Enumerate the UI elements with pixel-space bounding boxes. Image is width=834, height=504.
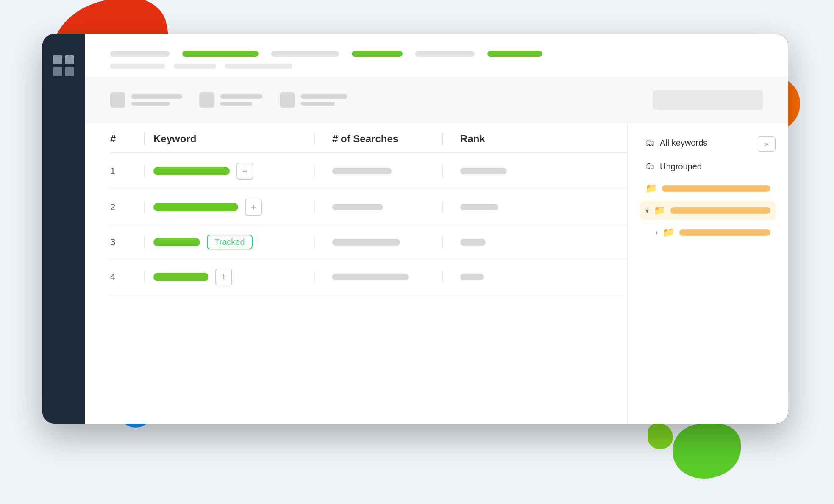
searches-bar-4 bbox=[332, 274, 409, 280]
col-divider-3 bbox=[442, 133, 443, 145]
filter-line-2b bbox=[220, 102, 252, 106]
row-keyword-3: Tracked bbox=[153, 235, 314, 249]
main-content: # Keyword # of Searches Rank 1 + bbox=[85, 34, 788, 424]
nav-tab-4[interactable] bbox=[352, 51, 403, 57]
nav-tab-3[interactable] bbox=[271, 51, 339, 57]
logo-square-3 bbox=[53, 67, 62, 76]
logo-square-4 bbox=[65, 67, 74, 76]
row-keyword-2: + bbox=[153, 199, 314, 216]
row-searches-divider-4 bbox=[314, 271, 315, 283]
row-keyword-4: + bbox=[153, 269, 314, 285]
row-searches-4 bbox=[324, 274, 442, 280]
row-rank-divider-2 bbox=[442, 201, 443, 213]
table-main: # Keyword # of Searches Rank 1 + bbox=[85, 123, 627, 424]
row-rank-divider-1 bbox=[442, 165, 443, 177]
filter-icon-1 bbox=[110, 92, 125, 108]
col-header-num: # bbox=[110, 133, 144, 145]
nav-tab-5[interactable] bbox=[415, 51, 475, 57]
logo-square-1 bbox=[53, 55, 62, 64]
filter-line-2a bbox=[220, 94, 263, 99]
table-row: 1 + bbox=[110, 153, 627, 189]
nav-sub bbox=[110, 64, 763, 69]
sidebar bbox=[42, 34, 85, 424]
logo-square-2 bbox=[65, 55, 74, 64]
kw-bar-orange-child bbox=[679, 229, 770, 236]
kw-bar-orange-1 bbox=[662, 185, 770, 192]
row-num-1: 1 bbox=[110, 166, 144, 177]
searches-bar-2 bbox=[332, 204, 383, 210]
chevron-all-keywords[interactable]: » bbox=[758, 136, 776, 152]
filter-lines-2 bbox=[220, 94, 263, 106]
top-nav bbox=[85, 34, 788, 78]
add-keyword-4[interactable]: + bbox=[215, 269, 232, 285]
decorative-blob-green-large bbox=[673, 424, 741, 479]
row-searches-3 bbox=[324, 239, 442, 246]
kw-group-all-keywords[interactable]: 🗂 All keywords » bbox=[640, 133, 776, 155]
col-header-rank: Rank bbox=[452, 133, 545, 145]
table-row: 3 Tracked bbox=[110, 225, 627, 259]
row-divider-4 bbox=[144, 271, 145, 283]
filter-item-2 bbox=[199, 92, 263, 108]
rank-bar-2 bbox=[460, 204, 498, 210]
folder-icon-orange-child: 📁 bbox=[663, 227, 674, 238]
keyword-bar-1 bbox=[153, 167, 230, 175]
row-searches-divider-2 bbox=[314, 201, 315, 213]
kw-item-ungrouped[interactable]: 🗂 Ungrouped bbox=[640, 157, 776, 176]
keyword-bar-3 bbox=[153, 238, 200, 246]
nav-sub-3 bbox=[225, 64, 292, 69]
filter-search-box[interactable] bbox=[653, 90, 763, 110]
nav-tab-2[interactable] bbox=[182, 51, 259, 57]
app-window: # Keyword # of Searches Rank 1 + bbox=[42, 34, 788, 424]
kw-item-orange-2[interactable]: ▾ 📁 bbox=[640, 201, 776, 220]
kw-item-orange-child[interactable]: › 📁 bbox=[640, 223, 776, 242]
tracked-badge: Tracked bbox=[207, 235, 253, 249]
searches-bar-3 bbox=[332, 239, 400, 246]
nav-tab-1[interactable] bbox=[110, 51, 170, 57]
searches-bar-1 bbox=[332, 168, 392, 174]
filter-line-1b bbox=[131, 102, 170, 106]
filter-lines-1 bbox=[131, 94, 182, 106]
nav-tab-6[interactable] bbox=[487, 51, 542, 57]
decorative-blob-green-small bbox=[648, 424, 673, 449]
row-divider-2 bbox=[144, 201, 145, 213]
filter-item-3 bbox=[280, 92, 348, 108]
keyword-bar-2 bbox=[153, 203, 238, 211]
filter-lines-3 bbox=[301, 94, 348, 106]
table-area: # Keyword # of Searches Rank 1 + bbox=[85, 123, 788, 424]
nav-sub-2 bbox=[174, 64, 216, 69]
row-num-3: 3 bbox=[110, 237, 144, 248]
add-keyword-2[interactable]: + bbox=[245, 199, 262, 216]
kw-item-orange-1[interactable]: 📁 bbox=[640, 179, 776, 198]
kw-item-all[interactable]: 🗂 All keywords bbox=[640, 133, 758, 152]
row-searches-2 bbox=[324, 204, 442, 210]
folder-icon-orange-2: 📁 bbox=[654, 205, 665, 216]
expand-icon-child: › bbox=[656, 229, 658, 236]
nav-tabs bbox=[110, 51, 763, 57]
row-rank-1 bbox=[452, 168, 545, 174]
row-rank-divider-3 bbox=[442, 236, 443, 248]
rank-bar-1 bbox=[460, 168, 507, 174]
filter-line-3b bbox=[301, 102, 335, 106]
row-divider-1 bbox=[144, 165, 145, 177]
row-searches-divider-1 bbox=[314, 165, 315, 177]
row-keyword-1: + bbox=[153, 163, 314, 180]
row-rank-2 bbox=[452, 204, 545, 210]
filter-item-1 bbox=[110, 92, 182, 108]
kw-label-all: All keywords bbox=[660, 138, 707, 148]
folder-icon-all: 🗂 bbox=[645, 137, 655, 148]
col-header-keyword: Keyword bbox=[153, 133, 314, 145]
col-divider-2 bbox=[314, 133, 315, 145]
row-searches-1 bbox=[324, 168, 442, 174]
keyword-groups-panel: 🗂 All keywords » 🗂 Ungrouped 📁 bbox=[627, 123, 788, 424]
row-num-2: 2 bbox=[110, 202, 144, 213]
add-keyword-1[interactable]: + bbox=[236, 163, 253, 180]
sidebar-logo bbox=[53, 55, 74, 76]
row-divider-3 bbox=[144, 236, 145, 248]
row-num-4: 4 bbox=[110, 271, 144, 282]
row-rank-4 bbox=[452, 274, 545, 280]
table-row: 4 + bbox=[110, 259, 627, 295]
table-header: # Keyword # of Searches Rank bbox=[110, 123, 627, 153]
folder-icon-ungrouped: 🗂 bbox=[645, 161, 655, 172]
row-rank-3 bbox=[452, 239, 545, 246]
rank-bar-3 bbox=[460, 239, 486, 246]
